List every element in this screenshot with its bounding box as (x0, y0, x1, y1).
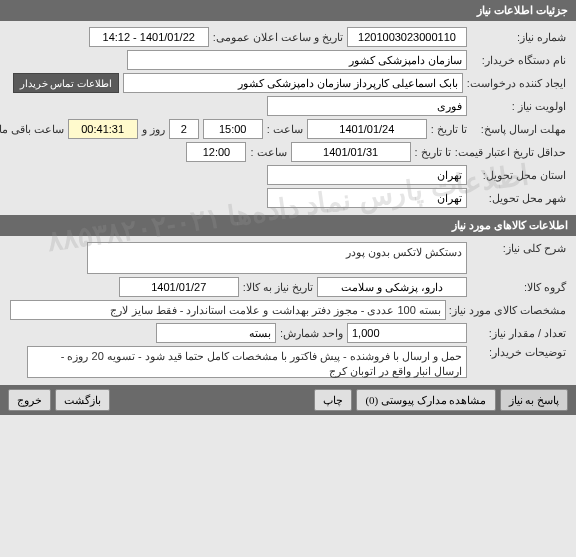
deadline-label: مهلت ارسال پاسخ: (471, 123, 566, 136)
section-header-items: اطلاعات کالاهای مورد نیاز (0, 215, 576, 236)
priority-input[interactable] (267, 96, 467, 116)
needno-input[interactable] (347, 27, 467, 47)
province-input[interactable] (267, 165, 467, 185)
deadline-until-label: تا تاریخ : (431, 123, 467, 136)
contact-info-button[interactable]: اطلاعات تماس خریدار (13, 73, 119, 93)
announce-label: تاریخ و ساعت اعلان عمومی: (213, 31, 343, 44)
need-date-label: تاریخ نیاز به کالا: (243, 281, 313, 294)
buyer-org-input[interactable] (127, 50, 467, 70)
spec-input[interactable]: بسته 100 عددی - مجوز دفتر بهداشت و علامت… (10, 300, 446, 320)
section-header-details: جزئیات اطلاعات نیاز (0, 0, 576, 21)
attachments-button[interactable]: مشاهده مدارک پیوستی (0) (356, 389, 495, 411)
items-form: شرح کلی نیاز: دستکش لاتکس بدون پودر گروه… (0, 238, 576, 385)
buyer-notes-input[interactable]: حمل و ارسال با فروشنده - پیش فاکتور با م… (27, 346, 467, 378)
requester-label: ایجاد کننده درخواست: (467, 77, 566, 90)
gen-desc-label: شرح کلی نیاز: (471, 242, 566, 255)
deadline-time-label: ساعت : (267, 123, 303, 136)
announce-input[interactable] (89, 27, 209, 47)
back-button[interactable]: بازگشت (55, 389, 110, 411)
priority-label: اولویت نیاز : (471, 100, 566, 113)
gen-desc-input[interactable]: دستکش لاتکس بدون پودر (87, 242, 467, 274)
validity-label: حداقل تاریخ اعتبار قیمت: (455, 146, 566, 159)
remaining-label: ساعت باقی مانده (0, 123, 64, 136)
unit-input[interactable] (156, 323, 276, 343)
buyer-org-label: نام دستگاه خریدار: (471, 54, 566, 67)
needno-label: شماره نیاز: (471, 31, 566, 44)
deadline-date-input[interactable] (307, 119, 427, 139)
buyer-notes-label: توضیحات خریدار: (471, 346, 566, 359)
qty-label: تعداد / مقدار نیاز: (471, 327, 566, 340)
group-label: گروه کالا: (471, 281, 566, 294)
days-label: روز و (142, 123, 165, 136)
print-button[interactable]: چاپ (314, 389, 352, 411)
city-label: شهر محل تحویل: (471, 192, 566, 205)
need-date-input[interactable] (119, 277, 239, 297)
validity-date-input[interactable] (291, 142, 411, 162)
qty-input[interactable] (347, 323, 467, 343)
exit-button[interactable]: خروج (8, 389, 51, 411)
group-input[interactable] (317, 277, 467, 297)
footer-toolbar: پاسخ به نیاز مشاهده مدارک پیوستی (0) چاپ… (0, 385, 576, 415)
details-form: شماره نیاز: تاریخ و ساعت اعلان عمومی: نا… (0, 23, 576, 215)
countdown-input (68, 119, 138, 139)
validity-time-input[interactable] (186, 142, 246, 162)
deadline-time-input[interactable] (203, 119, 263, 139)
days-remaining-input (169, 119, 199, 139)
unit-label: واحد شمارش: (280, 327, 343, 340)
validity-time-label: ساعت : (250, 146, 286, 159)
city-input[interactable] (267, 188, 467, 208)
province-label: استان محل تحویل: (471, 169, 566, 182)
reply-button[interactable]: پاسخ به نیاز (500, 389, 569, 411)
validity-until-label: تا تاریخ : (415, 146, 451, 159)
requester-input[interactable] (123, 73, 463, 93)
spec-label: مشخصات کالای مورد نیاز: (450, 304, 566, 317)
